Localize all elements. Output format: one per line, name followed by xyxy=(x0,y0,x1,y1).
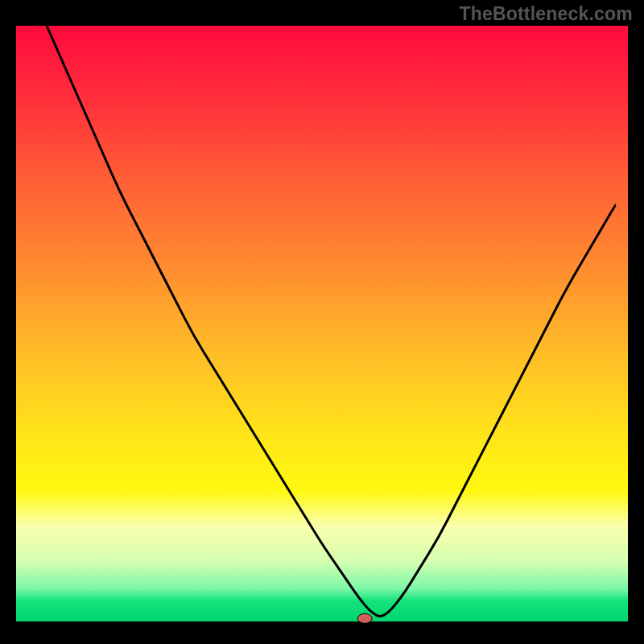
watermark-text: TheBottleneck.com xyxy=(459,3,633,25)
bottleneck-chart xyxy=(0,0,644,644)
svg-rect-2 xyxy=(0,621,644,644)
svg-rect-3 xyxy=(0,0,16,644)
plot-background-gradient xyxy=(16,26,628,621)
minimum-marker xyxy=(357,613,372,623)
svg-rect-4 xyxy=(628,0,644,644)
